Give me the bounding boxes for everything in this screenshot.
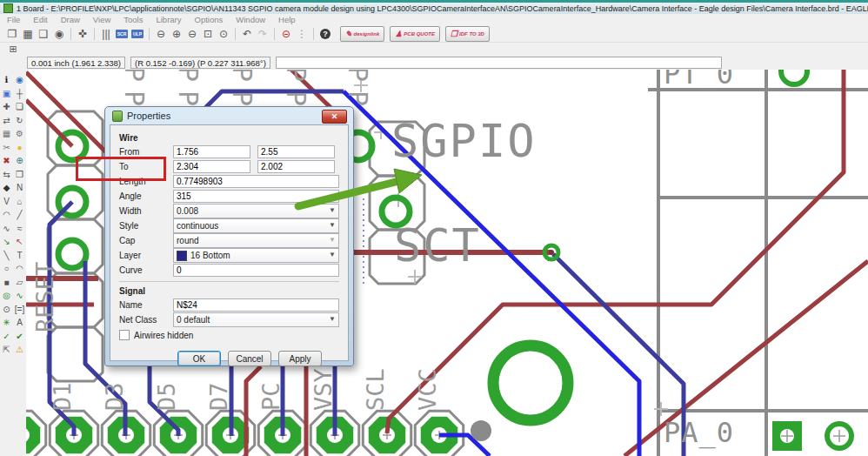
stop-icon[interactable]: ⊝ xyxy=(278,27,294,41)
chevron-down-icon: ▼ xyxy=(329,251,336,258)
width-combo[interactable]: 0.008▼ xyxy=(173,204,339,218)
separator xyxy=(313,28,314,40)
rect-tool-icon[interactable]: ■ xyxy=(0,276,13,290)
pin-icon[interactable]: ✜ xyxy=(75,27,90,41)
undo-icon[interactable]: ↶ xyxy=(239,27,255,41)
delete-tool-icon[interactable]: ✖ xyxy=(0,154,13,168)
route-tool-icon[interactable]: ↘ xyxy=(0,235,13,249)
value-tool-icon[interactable]: V xyxy=(0,195,13,209)
mirror-tool-icon[interactable]: ⇄ xyxy=(0,114,13,128)
show-tool-icon[interactable]: ◉ xyxy=(13,73,26,87)
title-bar[interactable]: 1 Board - E:\PROFILE\NXP\LPC\application… xyxy=(0,3,868,14)
name-tool-icon[interactable]: N xyxy=(13,181,26,195)
zoom-select-icon[interactable]: ⊡ xyxy=(200,27,216,41)
move-tool-icon[interactable]: ✚ xyxy=(0,100,13,114)
cancel-button[interactable]: Cancel xyxy=(228,351,271,366)
properties-dialog[interactable]: Properties ✕ Wire From To Len xyxy=(104,106,354,366)
drc-tool-icon[interactable]: ✔ xyxy=(13,330,26,344)
menu-tools[interactable]: Tools xyxy=(124,15,143,24)
ok-button[interactable]: OK xyxy=(177,351,221,366)
add-tool-icon[interactable]: ⊕ xyxy=(13,154,26,168)
copy-tool-icon[interactable]: ❏ xyxy=(13,100,26,114)
menu-file[interactable]: File xyxy=(7,15,20,24)
split-tool-icon[interactable]: ╱ xyxy=(13,208,26,222)
attribute-tool-icon[interactable]: [=] xyxy=(13,303,26,317)
pinswap-tool-icon[interactable]: ⇆ xyxy=(0,168,13,182)
airwires-checkbox[interactable] xyxy=(119,330,130,340)
menu-window[interactable]: Window xyxy=(236,15,265,24)
ripup-tool-icon[interactable]: ↖ xyxy=(13,235,26,249)
script-icon[interactable]: SCR xyxy=(114,27,130,41)
open-board-icon[interactable]: ❐ xyxy=(4,27,20,41)
cut-tool-icon[interactable]: ✂ xyxy=(0,141,13,155)
command-line-input[interactable] xyxy=(276,57,722,69)
traffic-icon[interactable]: ⋮ xyxy=(294,27,310,41)
via-tool-icon[interactable]: ◎ xyxy=(0,289,13,303)
from-y-field[interactable] xyxy=(257,145,335,158)
display-tool-icon[interactable]: ▣ xyxy=(0,87,13,101)
signal-tool-icon[interactable]: ∿ xyxy=(13,289,26,303)
text-tool-icon[interactable]: T xyxy=(13,249,26,263)
cap-combo[interactable]: round▼ xyxy=(173,233,339,248)
ulp-icon[interactable]: ULP xyxy=(130,27,145,41)
rotate-tool-icon[interactable]: ↻ xyxy=(13,114,26,128)
info-tool-icon[interactable]: ℹ xyxy=(0,73,13,87)
style-combo[interactable]: continuous▼ xyxy=(173,218,339,233)
zoom-in-icon[interactable]: ⊕ xyxy=(169,27,184,41)
menu-library[interactable]: Library xyxy=(156,15,181,24)
layer-combo[interactable]: 16 Bottom▼ xyxy=(173,248,339,263)
wire-tool-icon[interactable]: ╲ xyxy=(0,249,13,263)
board-canvas[interactable]: SGPIO SCT PT_0 PA_0 RESET D1D3D5D7PCVSYS… xyxy=(26,70,868,456)
group-tool-icon[interactable]: ▦ xyxy=(0,127,13,141)
meander-tool-icon[interactable]: ∿ xyxy=(0,222,13,236)
print-icon[interactable]: ❑ xyxy=(36,27,51,41)
dialog-title-bar[interactable]: Properties ✕ xyxy=(110,107,349,124)
close-icon[interactable]: ✕ xyxy=(322,110,347,124)
angle-field[interactable] xyxy=(173,190,339,203)
mark-tool-icon[interactable]: ┼ xyxy=(13,87,26,101)
save-icon[interactable]: ▦ xyxy=(20,27,36,41)
idf-to-3d-button[interactable]: ❒IDF TO 3D xyxy=(445,26,490,42)
miter-tool-icon[interactable]: ◠ xyxy=(0,208,13,222)
zoom-redraw-icon[interactable]: ⊙ xyxy=(216,27,231,41)
menu-view[interactable]: View xyxy=(93,15,110,24)
to-x-field[interactable] xyxy=(173,160,250,173)
smash-tool-icon[interactable]: ⌂ xyxy=(13,195,26,209)
separator xyxy=(274,28,275,40)
zoom-page-icon[interactable]: ⊖ xyxy=(184,27,200,41)
errors-tool-icon[interactable]: ⚠ xyxy=(13,343,26,357)
dimension-tool-icon[interactable]: ⇱ xyxy=(0,343,13,357)
erc-tool-icon[interactable]: ✓ xyxy=(0,330,13,344)
menu-draw[interactable]: Draw xyxy=(61,15,80,24)
ratsnest-tool-icon[interactable]: ✳ xyxy=(0,316,13,330)
zoom-out-icon[interactable]: ⊖ xyxy=(153,27,169,41)
lock-tool-icon[interactable]: ◆ xyxy=(0,181,13,195)
curve-field[interactable] xyxy=(173,264,339,277)
hole-tool-icon[interactable]: ⊙ xyxy=(0,303,13,317)
from-x-field[interactable] xyxy=(173,145,250,158)
pcb-quote-button[interactable]: ♟PCB QUOTE xyxy=(390,26,440,42)
circle-tool-icon[interactable]: ○ xyxy=(0,262,13,276)
help-icon[interactable]: ? xyxy=(317,27,333,41)
net-class-combo[interactable]: 0 default▼ xyxy=(173,312,339,327)
menu-options[interactable]: Options xyxy=(195,15,224,24)
auto-tool-icon[interactable]: A xyxy=(13,316,26,330)
menu-help[interactable]: Help xyxy=(278,15,296,24)
replace-tool-icon[interactable]: ❐ xyxy=(13,168,26,182)
redo-icon[interactable]: ↷ xyxy=(255,27,270,41)
arc-tool-icon[interactable]: ◠ xyxy=(13,262,26,276)
menu-edit[interactable]: Edit xyxy=(33,15,47,24)
length-field[interactable] xyxy=(173,175,339,188)
apply-button[interactable]: Apply xyxy=(278,351,322,366)
polygon-tool-icon[interactable]: ▱ xyxy=(13,276,26,290)
optimize-tool-icon[interactable]: ≈ xyxy=(13,222,26,236)
change-tool-icon[interactable]: ⚙ xyxy=(13,127,26,141)
grid-icon[interactable]: ⊞ xyxy=(5,43,21,57)
signal-name-field[interactable] xyxy=(173,298,339,312)
to-y-field[interactable] xyxy=(257,160,335,173)
width-row: Width 0.008▼ xyxy=(119,204,339,218)
paste-tool-icon[interactable]: ● xyxy=(13,141,26,155)
cam-bars-icon[interactable]: ||| xyxy=(98,27,114,41)
export-image-icon[interactable]: ◉ xyxy=(51,27,67,41)
designlink-button[interactable]: ✎designlink xyxy=(340,26,384,42)
